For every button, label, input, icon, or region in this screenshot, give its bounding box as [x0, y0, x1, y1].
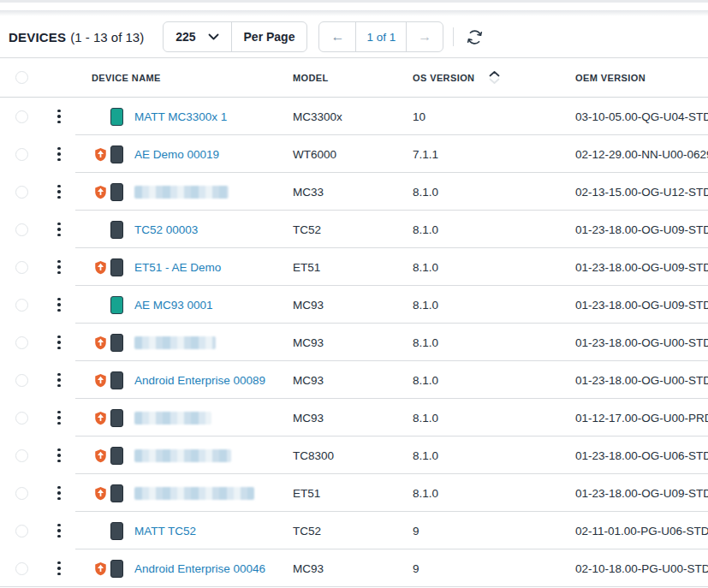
- kebab-menu-icon[interactable]: [52, 181, 66, 203]
- alert-badge-slot: [94, 147, 107, 162]
- page-indicator[interactable]: 1 of 1: [355, 22, 406, 51]
- alert-shield-icon: [94, 448, 107, 463]
- device-name-link[interactable]: TC52 00003: [134, 223, 198, 236]
- refresh-icon: [466, 28, 484, 46]
- kebab-menu-icon[interactable]: [52, 144, 66, 165]
- table-row: Android Enterprise 00046 MC93 9 02-10-18…: [0, 549, 708, 587]
- device-name-link[interactable]: MATT MC3300x 1: [134, 110, 227, 123]
- device-name-link[interactable]: AE Demo 00019: [134, 148, 219, 161]
- row-select-radio[interactable]: [15, 562, 28, 575]
- next-page-button[interactable]: →: [406, 22, 443, 51]
- oem-version-cell: 01-23-18.00-OG-U09-STD: [575, 487, 708, 500]
- kebab-menu-icon[interactable]: [52, 483, 66, 504]
- table-row: MATT MC3300x 1 MC3300x 10 03-10-05.00-QG…: [0, 98, 708, 135]
- os-version-cell: 8.1.0: [413, 299, 575, 312]
- refresh-button[interactable]: [461, 24, 487, 50]
- row-select-radio[interactable]: [15, 487, 28, 500]
- row-select-radio[interactable]: [15, 148, 28, 161]
- devices-table: DEVICE NAME MODEL OS VERSION OEM VERSION: [0, 57, 708, 587]
- kebab-menu-icon[interactable]: [52, 257, 66, 278]
- redacted-device-name[interactable]: [134, 412, 211, 425]
- device-icon: [110, 296, 123, 314]
- devices-title: DEVICES: [9, 30, 66, 45]
- row-select-cell: [0, 525, 48, 538]
- device-name-link[interactable]: Android Enterprise 00046: [134, 562, 265, 575]
- devices-toolbar: DEVICES (1 - 13 of 13) 225 Per Page ← 1 …: [0, 16, 708, 57]
- column-header-device-name[interactable]: DEVICE NAME: [75, 73, 293, 83]
- select-all-cell: [0, 71, 48, 84]
- row-select-radio[interactable]: [15, 223, 28, 236]
- row-actions-cell: [48, 144, 75, 165]
- alert-shield-icon: [94, 185, 107, 199]
- kebab-menu-icon[interactable]: [52, 219, 66, 241]
- column-header-oem-version[interactable]: OEM VERSION: [575, 73, 708, 83]
- prev-page-button[interactable]: ←: [319, 22, 355, 51]
- kebab-menu-icon[interactable]: [52, 294, 66, 316]
- alert-shield-icon: [94, 373, 107, 388]
- device-name-link[interactable]: MATT TC52: [134, 525, 196, 538]
- alert-shield-icon: [94, 411, 107, 425]
- redacted-device-name[interactable]: [134, 186, 229, 199]
- kebab-menu-icon[interactable]: [52, 558, 66, 579]
- row-select-cell: [0, 336, 48, 349]
- table-row: Android Enterprise 00089 MC93 8.1.0 01-2…: [0, 361, 708, 399]
- top-gap: [0, 3, 708, 10]
- model-cell: MC33: [293, 186, 413, 199]
- device-icon: [110, 146, 123, 163]
- kebab-menu-icon[interactable]: [52, 445, 66, 466]
- sort-icon[interactable]: [489, 71, 500, 84]
- row-select-radio[interactable]: [15, 261, 28, 274]
- device-name-cell: TC52 00003: [75, 221, 293, 239]
- column-header-model[interactable]: MODEL: [293, 73, 413, 83]
- row-select-radio[interactable]: [15, 299, 28, 312]
- alert-badge-slot: [94, 524, 107, 538]
- row-select-radio[interactable]: [15, 336, 28, 349]
- row-actions-cell: [48, 558, 75, 579]
- per-page-dropdown[interactable]: 225: [164, 22, 230, 51]
- oem-version-cell: 01-23-18.00-OG-U09-STD: [575, 261, 708, 274]
- table-row: AE Demo 00019 WT6000 7.1.1 02-12-29.00-N…: [0, 135, 708, 173]
- row-select-radio[interactable]: [15, 525, 28, 538]
- row-select-radio[interactable]: [15, 186, 28, 199]
- arrow-left-icon: ←: [330, 29, 344, 45]
- redacted-device-name[interactable]: [134, 449, 231, 462]
- row-select-radio[interactable]: [15, 110, 28, 123]
- kebab-menu-icon[interactable]: [52, 407, 66, 429]
- kebab-menu-icon[interactable]: [52, 370, 66, 391]
- model-cell: TC52: [293, 223, 413, 236]
- os-version-cell: 8.1.0: [413, 186, 575, 199]
- row-select-radio[interactable]: [15, 449, 28, 462]
- kebab-menu-icon[interactable]: [52, 520, 66, 542]
- row-actions-cell: [48, 520, 75, 542]
- redacted-device-name[interactable]: [134, 336, 216, 349]
- device-icon: [110, 258, 123, 276]
- device-icon: [110, 522, 123, 540]
- select-all-radio[interactable]: [15, 71, 28, 84]
- alert-badge-slot: [94, 486, 107, 501]
- alert-badge-slot: [94, 448, 107, 463]
- column-header-os-version[interactable]: OS VERSION: [413, 71, 575, 84]
- per-page-label: Per Page: [231, 22, 307, 51]
- oem-version-cell: 01-23-18.00-OG-U06-STD: [575, 449, 708, 462]
- alert-badge-slot: [94, 561, 107, 576]
- kebab-menu-icon[interactable]: [52, 332, 66, 353]
- model-cell: MC3300x: [293, 110, 413, 123]
- row-actions-cell: [48, 407, 75, 429]
- chevron-down-icon: [208, 33, 219, 40]
- row-select-cell: [0, 223, 48, 236]
- device-name-link[interactable]: ET51 - AE Demo: [134, 261, 221, 274]
- os-version-cell: 10: [413, 110, 575, 123]
- arrow-right-icon: →: [418, 29, 431, 45]
- device-name-link[interactable]: AE MC93 0001: [134, 299, 213, 312]
- device-name-link[interactable]: Android Enterprise 00089: [134, 374, 265, 387]
- row-select-cell: [0, 299, 48, 312]
- device-icon: [110, 334, 123, 352]
- row-select-radio[interactable]: [15, 374, 28, 387]
- kebab-menu-icon[interactable]: [52, 106, 66, 128]
- row-select-cell: [0, 110, 48, 123]
- os-version-cell: 8.1.0: [413, 223, 575, 236]
- row-select-radio[interactable]: [15, 412, 28, 425]
- redacted-device-name[interactable]: [134, 487, 254, 500]
- device-icon: [110, 409, 123, 427]
- model-cell: MC93: [293, 412, 413, 425]
